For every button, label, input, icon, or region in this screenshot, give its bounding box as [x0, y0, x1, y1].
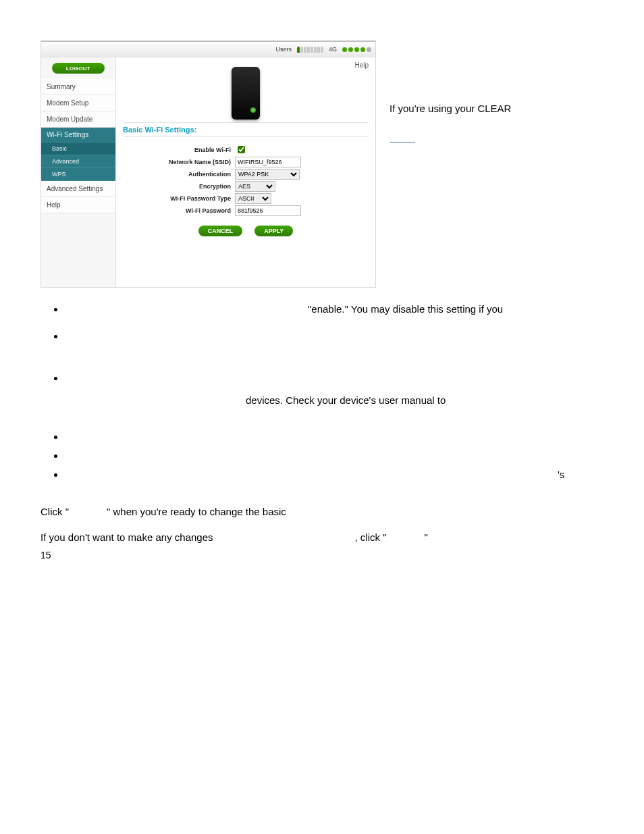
logout-button[interactable]: LOGOUT: [52, 63, 105, 74]
encryption-select[interactable]: AES: [235, 181, 275, 192]
signal-dots: [342, 47, 371, 52]
enable-wifi-checkbox[interactable]: [238, 146, 245, 153]
sidebar-item-advanced-settings[interactable]: Advanced Settings: [41, 181, 115, 197]
ssid-input[interactable]: [235, 157, 301, 167]
bullet-4: [65, 427, 603, 446]
status-bar: Users 4G: [41, 42, 375, 57]
device-image: [232, 67, 260, 120]
router-admin-screenshot: Users 4G LOGOUT Summary Modem Setup Mode…: [41, 41, 376, 288]
sidebar-sub-advanced[interactable]: Advanced: [41, 155, 115, 168]
sidebar-item-modem-setup[interactable]: Modem Setup: [41, 95, 115, 111]
bullet-3-cont: devices. Check your device's user manual…: [246, 394, 446, 406]
document-body: "enable." You may disable this setting i…: [41, 300, 603, 547]
caption-link-fragment: [390, 142, 415, 142]
users-icons: [297, 47, 323, 53]
wifi-form: Enable Wi-Fi Network Name (SSID) Authent…: [123, 144, 369, 236]
cancel-button[interactable]: CANCEL: [198, 226, 243, 236]
bullet-1: "enable." You may disable this setting i…: [65, 300, 603, 319]
bullet-5: [65, 446, 603, 465]
label-ssid: Network Name (SSID): [123, 159, 235, 165]
page-number: 15: [41, 550, 51, 561]
apply-button[interactable]: APPLY: [254, 226, 293, 236]
bullet-2: [65, 327, 603, 346]
label-auth: Authentication: [123, 171, 235, 178]
sidebar-item-wifi-settings[interactable]: Wi-Fi Settings: [41, 128, 115, 142]
main-panel: Help Basic Wi-Fi Settings: Enable Wi-Fi …: [116, 57, 375, 287]
caption-block: If you're using your CLEAR: [376, 41, 603, 147]
bullet-3: [65, 369, 603, 388]
sidebar-item-summary[interactable]: Summary: [41, 79, 115, 95]
section-title: Basic Wi-Fi Settings:: [123, 122, 369, 137]
sidebar-item-modem-update[interactable]: Modem Update: [41, 111, 115, 128]
sidebar-item-help[interactable]: Help: [41, 197, 115, 213]
help-link[interactable]: Help: [354, 61, 369, 69]
label-pwtype: Wi-Fi Password Type: [123, 195, 235, 202]
sidebar: LOGOUT Summary Modem Setup Modem Update …: [41, 57, 116, 287]
caption-line-1: If you're using your CLEAR: [390, 101, 603, 117]
sidebar-group-wifi: Wi-Fi Settings Basic Advanced WPS: [41, 128, 115, 181]
pwtype-select[interactable]: ASCII: [235, 193, 271, 204]
sidebar-sub-basic[interactable]: Basic: [41, 142, 115, 155]
bullet-6: 's: [65, 465, 603, 484]
users-label: Users: [275, 46, 292, 53]
paragraph-cancel: If you don't want to make any changes, c…: [41, 528, 603, 547]
device-led-icon: [250, 107, 256, 113]
label-enable-wifi: Enable Wi-Fi: [123, 147, 235, 153]
password-input[interactable]: [235, 205, 301, 216]
signal-label: 4G: [329, 46, 337, 53]
label-enc: Encryption: [123, 183, 235, 190]
paragraph-apply: Click "" when you're ready to change the…: [41, 502, 603, 521]
auth-select[interactable]: WPA2 PSK: [235, 169, 300, 180]
sidebar-sub-wps[interactable]: WPS: [41, 168, 115, 181]
label-pw: Wi-Fi Password: [123, 207, 235, 214]
